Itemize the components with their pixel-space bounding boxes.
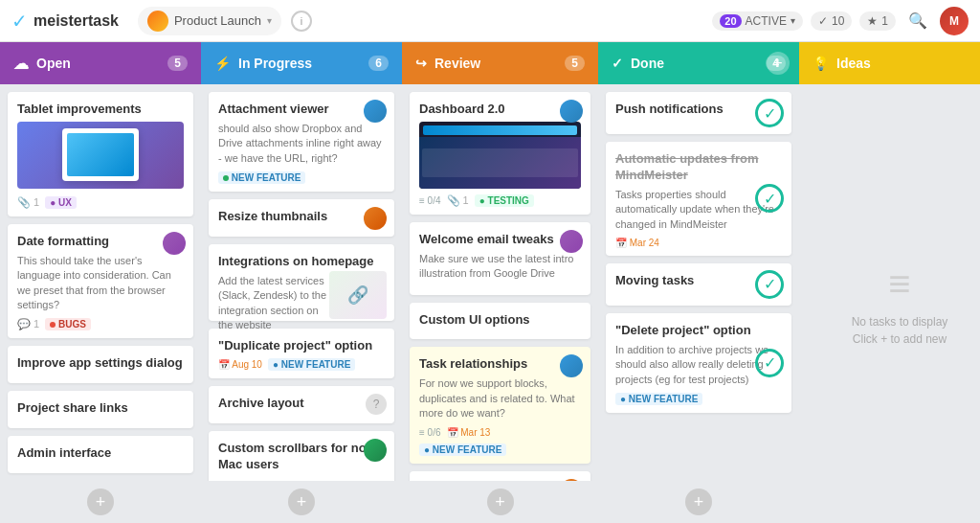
card-avatar <box>364 207 387 230</box>
card-date-formatting[interactable]: Date formatting This should take the use… <box>8 224 193 338</box>
inprogress-col-body: Attachment viewer should also show Dropb… <box>201 84 402 481</box>
attachment-meta: 📎 1 <box>17 196 39 209</box>
col-title-open: Open <box>36 56 71 71</box>
col-header-inprogress: ⚡ In Progress 6 <box>201 42 402 84</box>
card-title: Admin interface <box>17 445 184 462</box>
card-title: "Duplicate project" option <box>218 338 385 354</box>
col-header-ideas: 💡 Ideas <box>799 42 980 84</box>
user-initial: M <box>949 14 959 28</box>
card-integrations-homepage[interactable]: Integrations on homepage Add the latest … <box>209 244 394 321</box>
card-title: Task relationships <box>419 356 581 373</box>
user-avatar[interactable]: M <box>940 7 969 35</box>
card-meta: 💬 1 BUGS <box>17 318 184 330</box>
add-inprogress-card-btn[interactable]: + <box>288 489 315 515</box>
new-feature-badge: ● NEW FEATURE <box>268 358 355 371</box>
done-checkmark: ✓ <box>755 99 784 127</box>
star-badge[interactable]: ★ 1 <box>859 11 896 31</box>
chevron-icon: ▾ <box>791 15 795 26</box>
col-header-done: ✓ Done 4 + <box>598 42 799 84</box>
card-improve-app-settings[interactable]: Improve app settings dialog <box>8 346 193 383</box>
card-avatar <box>560 354 583 377</box>
dot <box>223 175 229 181</box>
star-count: 1 <box>881 14 888 28</box>
column-ideas: 💡 Ideas ≡ No tasks to display Click + to… <box>799 42 980 523</box>
dashboard-preview-image <box>419 122 581 189</box>
card-attachment-viewer[interactable]: Attachment viewer should also show Dropb… <box>209 92 394 192</box>
project-pill[interactable]: Product Launch ▾ <box>138 7 281 35</box>
card-welcome-email[interactable]: Welcome email tweaks Make sure we use th… <box>410 222 590 295</box>
date-meta: 📅 Mar 13 <box>447 427 491 438</box>
col-title-done: Done <box>631 56 664 71</box>
card-meta: ≡ 0/4 📎 1 ● TESTING <box>419 194 581 207</box>
card-push-notifications[interactable]: Push notifications ✓ <box>606 92 791 134</box>
done-icon: ✓ <box>612 56 623 71</box>
card-title: Integrations on homepage <box>218 254 385 270</box>
card-duplicate-project[interactable]: "Duplicate project" option 📅 Aug 10 ● NE… <box>209 329 394 378</box>
check-badge[interactable]: ✓ 10 <box>811 11 852 31</box>
new-feature-badge: NEW FEATURE <box>218 171 305 184</box>
no-tasks-msg: No tasks to display <box>852 315 948 329</box>
active-label: ACTIVE <box>746 14 787 28</box>
ideas-icon: 💡 <box>813 56 829 71</box>
card-tablet-improvements[interactable]: Tablet improvements 📎 1 ● UX <box>8 92 193 216</box>
comment-meta: 💬 1 <box>17 318 39 330</box>
check-count: 10 <box>832 14 844 28</box>
card-archive-layout[interactable]: Archive layout ? <box>209 386 394 423</box>
inprogress-icon: ⚡ <box>214 56 231 71</box>
board-container: ☁ Open 5 Tablet improvements 📎 1 ● UX Da… <box>0 42 980 523</box>
bugs-badge: BUGS <box>45 318 91 330</box>
card-homepage-optimizations[interactable]: Homepage optimizations <box>410 471 590 481</box>
question-icon: ? <box>366 394 387 415</box>
card-custom-ui-options[interactable]: Custom UI options <box>410 303 590 340</box>
date-meta: 📅 Mar 24 <box>615 238 659 248</box>
active-count-badge[interactable]: 20 ACTIVE ▾ <box>712 11 803 31</box>
column-review: ↪ Review 5 Dashboard 2.0 ≡ 0/4 📎 1 ● TES… <box>402 42 598 523</box>
card-project-share[interactable]: Project share links <box>8 391 193 428</box>
add-open-card-btn[interactable]: + <box>87 489 114 515</box>
card-title: Attachment viewer <box>218 102 385 118</box>
col-header-open: ☁ Open 5 <box>0 42 201 84</box>
inprogress-col-footer: + <box>201 481 402 523</box>
card-admin-interface[interactable]: Admin interface <box>8 436 193 473</box>
card-automatic-updates[interactable]: Automatic updates from MindMeister Tasks… <box>606 142 791 256</box>
card-title: Project share links <box>17 400 184 417</box>
col-title-inprogress: In Progress <box>238 56 312 71</box>
ideas-col-content: ≡ No tasks to display Click + to add new <box>799 84 980 523</box>
done-checkmark: ✓ <box>755 349 784 377</box>
active-number: 20 <box>720 14 741 28</box>
done-plus-btn[interactable]: + <box>767 52 790 75</box>
star-icon: ★ <box>867 14 878 28</box>
card-meta: ≡ 0/6 📅 Mar 13 ● NEW FEATURE <box>419 427 581 456</box>
card-desc: Add the latest services (Slack, Zendesk)… <box>218 274 333 333</box>
column-open: ☁ Open 5 Tablet improvements 📎 1 ● UX Da… <box>0 42 201 523</box>
card-avatar <box>560 100 583 123</box>
project-name: Product Launch <box>174 13 261 28</box>
card-delete-project[interactable]: "Delete project" option In addition to a… <box>606 313 791 413</box>
logo[interactable]: ✓ meistertask <box>11 10 119 33</box>
info-icon[interactable]: i <box>291 11 312 32</box>
top-nav: ✓ meistertask Product Launch ▾ i 20 ACTI… <box>0 0 980 42</box>
progress: ≡ 0/4 <box>419 195 441 206</box>
done-checkmark: ✓ <box>755 184 784 213</box>
search-button[interactable]: 🔍 <box>903 7 932 35</box>
dot <box>50 322 56 328</box>
card-title: Automatic updates from MindMeister <box>615 151 782 184</box>
project-avatar <box>147 11 168 32</box>
add-review-card-btn[interactable]: + <box>487 489 514 515</box>
add-done-card-btn[interactable]: + <box>685 489 712 515</box>
card-custom-scrollbars[interactable]: Custom scrollbars for non-Mac users <box>209 431 394 481</box>
card-moving-tasks[interactable]: Moving tasks ✓ <box>606 263 791 306</box>
card-dashboard-20[interactable]: Dashboard 2.0 ≡ 0/4 📎 1 ● TESTING <box>410 92 590 215</box>
card-task-relationships[interactable]: Task relationships For now we support bl… <box>410 347 590 463</box>
card-avatar <box>560 230 583 253</box>
card-title: Custom scrollbars for non-Mac users <box>218 441 385 473</box>
inprogress-count: 6 <box>368 56 389 71</box>
ux-badge: ● UX <box>45 196 77 209</box>
card-desc: Make sure we use the latest intro illust… <box>419 252 581 282</box>
card-resize-thumbnails[interactable]: Resize thumbnails <box>209 199 394 237</box>
done-checkmark: ✓ <box>755 270 784 299</box>
progress: ≡ 0/6 <box>419 427 441 438</box>
card-meta: 📅 Aug 10 ● NEW FEATURE <box>218 358 385 371</box>
nav-right: 20 ACTIVE ▾ ✓ 10 ★ 1 🔍 M <box>712 7 969 35</box>
review-count: 5 <box>565 56 585 71</box>
